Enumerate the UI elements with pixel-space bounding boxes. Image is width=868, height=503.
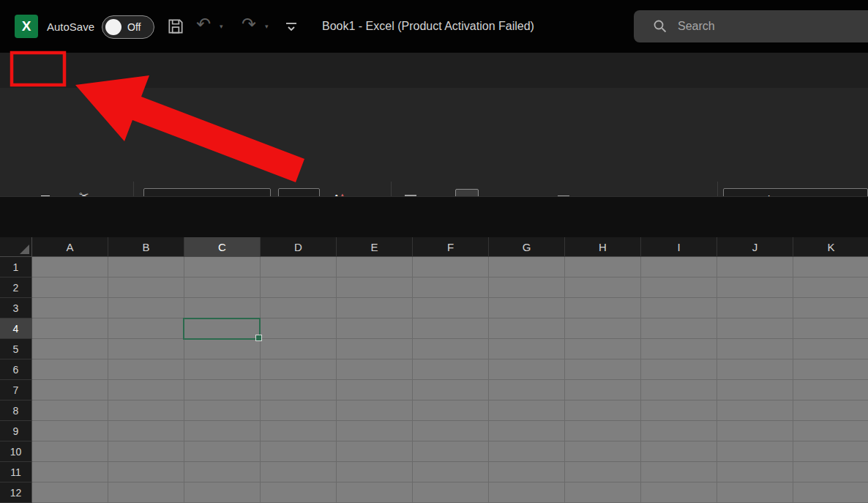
undo-button[interactable]: ↶ (196, 15, 211, 33)
cell-E9[interactable] (337, 421, 413, 441)
cell-K11[interactable] (793, 462, 868, 482)
cell-B11[interactable] (108, 462, 184, 482)
cell-C10[interactable] (184, 441, 261, 462)
column-header-F[interactable]: F (413, 237, 489, 257)
cell-H1[interactable] (565, 257, 641, 277)
cell-I9[interactable] (641, 421, 717, 441)
cell-K7[interactable] (793, 380, 868, 400)
cell-H2[interactable] (565, 277, 641, 298)
cell-J10[interactable] (717, 441, 793, 462)
cell-A8[interactable] (32, 400, 108, 421)
cell-F9[interactable] (413, 421, 489, 441)
cell-J7[interactable] (717, 380, 793, 400)
cell-D10[interactable] (261, 441, 337, 462)
cell-C5[interactable] (184, 339, 261, 359)
cell-I4[interactable] (641, 318, 717, 339)
cell-B1[interactable] (108, 257, 184, 277)
cell-J3[interactable] (717, 298, 793, 318)
cell-E7[interactable] (337, 380, 413, 400)
column-header-D[interactable]: D (261, 237, 337, 257)
cell-C3[interactable] (184, 298, 261, 318)
row-header-3[interactable]: 3 (0, 298, 32, 318)
cell-B9[interactable] (108, 421, 184, 441)
search-box[interactable]: Search (634, 10, 868, 42)
cell-F6[interactable] (413, 359, 489, 380)
cell-D11[interactable] (261, 462, 337, 482)
select-all-corner[interactable] (0, 237, 32, 257)
cell-K6[interactable] (793, 359, 868, 380)
cell-E6[interactable] (337, 359, 413, 380)
cell-A12[interactable] (32, 482, 108, 503)
cell-C1[interactable] (184, 257, 261, 277)
column-header-E[interactable]: E (337, 237, 413, 257)
cell-F2[interactable] (413, 277, 489, 298)
cell-A4[interactable] (32, 318, 108, 339)
cell-E1[interactable] (337, 257, 413, 277)
cell-H11[interactable] (565, 462, 641, 482)
cell-E11[interactable] (337, 462, 413, 482)
cell-G7[interactable] (489, 380, 565, 400)
cell-H4[interactable] (565, 318, 641, 339)
cell-J8[interactable] (717, 400, 793, 421)
cell-E8[interactable] (337, 400, 413, 421)
row-header-7[interactable]: 7 (0, 380, 32, 400)
cell-A1[interactable] (32, 257, 108, 277)
cell-B4[interactable] (108, 318, 184, 339)
cell-H9[interactable] (565, 421, 641, 441)
row-header-10[interactable]: 10 (0, 441, 32, 462)
cell-J1[interactable] (717, 257, 793, 277)
cell-J12[interactable] (717, 482, 793, 503)
cell-C6[interactable] (184, 359, 261, 380)
cell-F3[interactable] (413, 298, 489, 318)
cell-G5[interactable] (489, 339, 565, 359)
cell-G8[interactable] (489, 400, 565, 421)
cell-A2[interactable] (32, 277, 108, 298)
row-header-6[interactable]: 6 (0, 359, 32, 380)
redo-button[interactable]: ↷ (242, 15, 256, 33)
cell-D6[interactable] (261, 359, 337, 380)
cell-K4[interactable] (793, 318, 868, 339)
cell-F8[interactable] (413, 400, 489, 421)
cell-D8[interactable] (261, 400, 337, 421)
cell-H12[interactable] (565, 482, 641, 503)
cell-A6[interactable] (32, 359, 108, 380)
cell-F4[interactable] (413, 318, 489, 339)
cell-A9[interactable] (32, 421, 108, 441)
cell-F1[interactable] (413, 257, 489, 277)
cell-D4[interactable] (261, 318, 337, 339)
cell-H5[interactable] (565, 339, 641, 359)
cell-C2[interactable] (184, 277, 261, 298)
cell-J6[interactable] (717, 359, 793, 380)
cell-E4[interactable] (337, 318, 413, 339)
column-header-K[interactable]: K (793, 237, 868, 257)
save-button[interactable] (166, 17, 185, 39)
cell-A11[interactable] (32, 462, 108, 482)
cell-C12[interactable] (184, 482, 261, 503)
cell-C7[interactable] (184, 380, 261, 400)
cell-G3[interactable] (489, 298, 565, 318)
quick-access-toolbar-button[interactable] (284, 19, 299, 37)
cell-I3[interactable] (641, 298, 717, 318)
cell-K3[interactable] (793, 298, 868, 318)
row-header-1[interactable]: 1 (0, 257, 32, 277)
cell-G2[interactable] (489, 277, 565, 298)
cell-K12[interactable] (793, 482, 868, 503)
cell-B12[interactable] (108, 482, 184, 503)
row-header-5[interactable]: 5 (0, 339, 32, 359)
redo-dropdown[interactable]: ▾ (265, 23, 269, 30)
cell-E2[interactable] (337, 277, 413, 298)
cell-D2[interactable] (261, 277, 337, 298)
cell-B5[interactable] (108, 339, 184, 359)
cell-A5[interactable] (32, 339, 108, 359)
cell-J4[interactable] (717, 318, 793, 339)
cell-C11[interactable] (184, 462, 261, 482)
cell-G12[interactable] (489, 482, 565, 503)
cell-F5[interactable] (413, 339, 489, 359)
cell-K10[interactable] (793, 441, 868, 462)
cell-D5[interactable] (261, 339, 337, 359)
cell-H6[interactable] (565, 359, 641, 380)
cell-I7[interactable] (641, 380, 717, 400)
cell-I1[interactable] (641, 257, 717, 277)
cell-K8[interactable] (793, 400, 868, 421)
cell-B10[interactable] (108, 441, 184, 462)
